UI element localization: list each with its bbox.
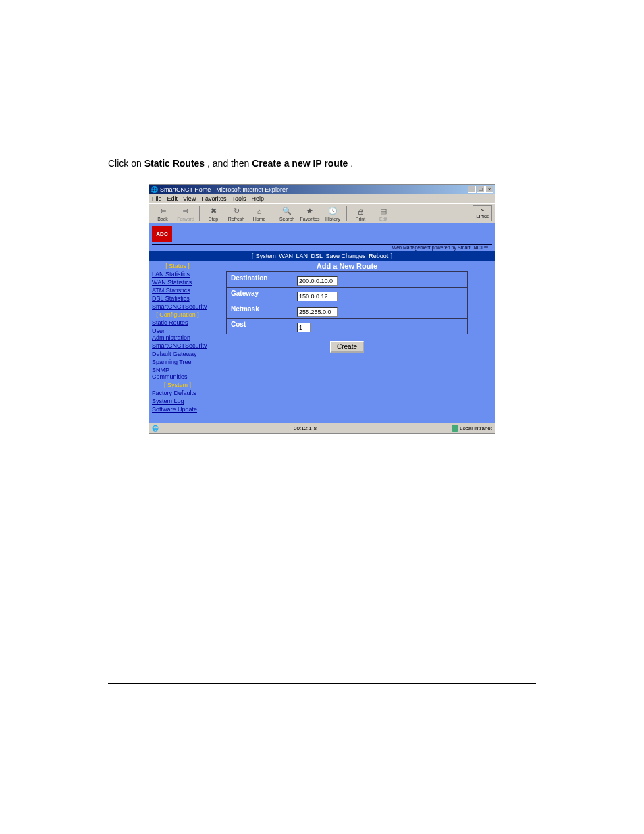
menu-edit[interactable]: Edit	[167, 195, 178, 202]
sidebar-cat-status: [ Status ]	[149, 262, 206, 270]
menu-favorites[interactable]: Favorites	[201, 195, 226, 202]
input-gateway[interactable]	[297, 292, 338, 301]
sidebar-snmp-communities[interactable]: SNMP Communities	[152, 367, 188, 380]
page-content: ADC Web Management powered by SmartCNCT™…	[149, 223, 495, 423]
sidebar-software-update[interactable]: Software Update	[152, 406, 197, 413]
row-netmask: Netmask	[227, 303, 467, 319]
browser-window: 🌐 SmartCNCT Home - Microsoft Internet Ex…	[149, 184, 495, 434]
links-icon: »	[481, 207, 483, 213]
topnav-save-changes[interactable]: Save Changes	[326, 253, 366, 259]
input-cost[interactable]	[297, 323, 311, 332]
history-icon: 🕓	[327, 206, 338, 217]
window-title: SmartCNCT Home - Microsoft Internet Expl…	[160, 186, 288, 193]
toolbar-favorites[interactable]: ★Favorites	[299, 206, 321, 221]
toolbar-separator	[273, 206, 273, 221]
print-icon: 🖨	[355, 206, 366, 217]
sidebar-cat-configuration: [ Configuration ]	[149, 311, 206, 319]
input-destination[interactable]	[297, 276, 338, 286]
sidebar-cat-system: [ System ]	[149, 381, 206, 389]
status-bar: 🌐 00:12:1-8 Local intranet	[149, 423, 495, 433]
menu-file[interactable]: File	[152, 195, 162, 202]
instruction-suffix: .	[350, 158, 353, 169]
favorites-icon: ★	[304, 206, 315, 217]
create-button[interactable]: Create	[330, 341, 364, 353]
label-destination: Destination	[227, 272, 294, 287]
menu-tools[interactable]: Tools	[232, 195, 246, 202]
toolbar-links[interactable]: »Links	[473, 205, 492, 221]
menu-view[interactable]: View	[183, 195, 196, 202]
toolbar-history[interactable]: 🕓History	[322, 206, 344, 221]
toolbar-separator	[346, 206, 347, 221]
label-gateway: Gateway	[227, 288, 294, 303]
home-icon: ⌂	[254, 206, 265, 217]
forward-icon: ⇨	[180, 206, 191, 217]
status-center: 00:12:1-8	[294, 425, 317, 432]
bracket-close: ]	[391, 253, 393, 259]
toolbar-edit[interactable]: ▤Edit	[373, 206, 394, 221]
maximize-button[interactable]: □	[477, 186, 485, 193]
sidebar-user-administration[interactable]: User Administration	[152, 328, 190, 341]
status-icon: 🌐	[152, 425, 159, 432]
sidebar-static-routes[interactable]: Static Routes	[152, 319, 188, 326]
row-destination: Destination	[227, 272, 467, 288]
input-netmask[interactable]	[297, 307, 338, 317]
sidebar-atm-statistics[interactable]: ATM Statistics	[152, 287, 190, 294]
topnav-wan[interactable]: WAN	[279, 253, 293, 259]
adc-logo: ADC	[152, 226, 172, 242]
instruction-middle: , and then	[207, 158, 252, 169]
toolbar-print[interactable]: 🖨Print	[350, 206, 371, 221]
sidebar-smartcnct-security-1[interactable]: SmartCNCTSecurity	[152, 303, 207, 310]
back-icon: ⇦	[157, 206, 168, 217]
sidebar-factory-defaults[interactable]: Factory Defaults	[152, 390, 196, 396]
toolbar-separator	[199, 206, 200, 221]
menu-help[interactable]: Help	[251, 195, 264, 202]
toolbar-search[interactable]: 🔍Search	[276, 206, 298, 221]
sidebar-dsl-statistics[interactable]: DSL Statistics	[152, 295, 190, 302]
refresh-icon: ↻	[231, 206, 242, 217]
toolbar-home[interactable]: ⌂Home	[248, 206, 270, 221]
stop-icon: ✖	[208, 206, 219, 217]
close-button[interactable]: ×	[485, 186, 493, 193]
brand-tagline: Web Management powered by SmartCNCT™	[152, 244, 492, 251]
search-icon: 🔍	[281, 206, 292, 217]
zone-icon	[452, 425, 458, 432]
panel-title: Add a New Route	[226, 261, 468, 271]
sidebar-default-gateway[interactable]: Default Gateway	[152, 350, 197, 357]
bracket-open: [	[252, 253, 255, 259]
instruction-prefix: Click on	[108, 158, 144, 169]
sidebar-spanning-tree[interactable]: Spanning Tree	[152, 359, 192, 365]
sidebar-wan-statistics[interactable]: WAN Statistics	[152, 279, 192, 286]
label-netmask: Netmask	[227, 303, 294, 318]
instruction-link-1: Static Routes	[144, 158, 205, 169]
menubar: File Edit View Favorites Tools Help	[149, 194, 495, 203]
row-cost: Cost	[227, 319, 467, 334]
edit-icon: ▤	[378, 206, 389, 217]
sidebar-lan-statistics[interactable]: LAN Statistics	[152, 271, 190, 278]
toolbar-refresh[interactable]: ↻Refresh	[225, 206, 247, 221]
topnav-dsl[interactable]: DSL	[311, 253, 323, 259]
status-zone: Local intranet	[460, 425, 492, 432]
top-nav: [ System WAN LAN DSL Save Changes Reboot…	[149, 251, 495, 261]
topnav-lan[interactable]: LAN	[296, 253, 308, 259]
minimize-button[interactable]: _	[468, 186, 476, 193]
main-panel: Add a New Route Destination Gateway Netm…	[206, 261, 495, 423]
topnav-reboot[interactable]: Reboot	[369, 253, 388, 259]
instruction-text: Click on Static Routes , and then Create…	[108, 156, 536, 171]
sidebar: [ Status ] LAN Statistics WAN Statistics…	[149, 261, 206, 423]
main-row: [ Status ] LAN Statistics WAN Statistics…	[149, 261, 495, 423]
route-form: Destination Gateway Netmask Cost	[226, 271, 468, 334]
toolbar-forward[interactable]: ⇨Forward	[175, 206, 196, 221]
toolbar: ⇦Back ⇨Forward ✖Stop ↻Refresh ⌂Home 🔍Sea…	[149, 203, 495, 223]
toolbar-stop[interactable]: ✖Stop	[203, 206, 224, 221]
row-gateway: Gateway	[227, 288, 467, 303]
sidebar-system-log[interactable]: System Log	[152, 398, 184, 405]
window-titlebar: 🌐 SmartCNCT Home - Microsoft Internet Ex…	[149, 185, 495, 194]
ie-icon: 🌐	[151, 186, 158, 193]
instruction-link-2: Create a new IP route	[252, 158, 348, 169]
topnav-system[interactable]: System	[256, 253, 276, 259]
page-header-rule	[108, 122, 536, 122]
toolbar-back[interactable]: ⇦Back	[152, 206, 173, 221]
sidebar-smartcnct-security-2[interactable]: SmartCNCTSecurity	[152, 342, 207, 349]
label-cost: Cost	[227, 319, 294, 334]
page-footer-rule	[108, 683, 536, 684]
